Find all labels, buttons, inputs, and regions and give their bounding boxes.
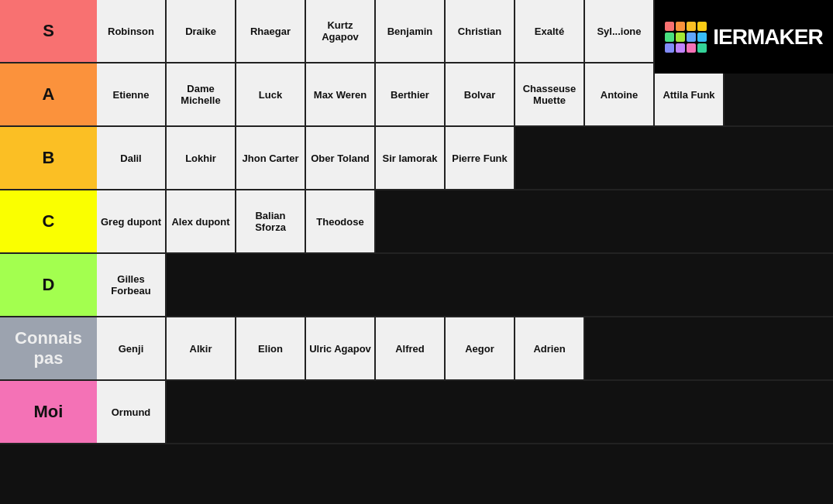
tier-row-connais: Connais pasGenjiAlkirElionUlric AgapovAl… [0,317,833,381]
tier-cell[interactable]: Rhaegar [236,0,306,62]
tier-label-d: D [0,254,97,316]
tier-cells-moi: Ormund [97,381,833,443]
tier-label-moi: Moi [0,381,97,443]
tier-cell[interactable]: Robinson [97,0,167,62]
tier-label-s: S [0,0,97,62]
tier-cell[interactable]: Luck [236,63,306,125]
tier-cell[interactable]: Exalté [515,0,585,62]
tier-cell[interactable]: Pierre Funk [446,127,515,189]
tier-cell[interactable]: Alfred [376,317,446,379]
tier-cell[interactable]: Draike [167,0,236,62]
tier-cell[interactable]: Syl...ione [585,0,655,62]
tier-label-a: A [0,63,97,125]
tier-cell[interactable]: Bolvar [446,63,515,125]
tier-cell[interactable]: Christian [446,0,515,62]
tier-cell[interactable]: Ober Toland [306,127,376,189]
tier-cell[interactable]: Greg dupont [97,190,167,252]
tier-cell[interactable]: Aegor [446,317,515,379]
tier-cell[interactable]: Max Weren [306,63,376,125]
tier-cells-connais: GenjiAlkirElionUlric AgapovAlfredAegorAd… [97,317,833,379]
tier-cell[interactable]: Elion [236,317,306,379]
tier-cells-b: DalilLokhirJhon CarterOber TolandSir Iam… [97,127,833,189]
tier-cell[interactable]: Dame Michelle [167,63,236,125]
logo-area: IERMAKER [655,0,833,74]
logo-text: IERMAKER [713,25,822,50]
tier-cell[interactable]: Gilles Forbeau [97,254,167,316]
tier-cell[interactable]: Sir Iamorak [376,127,446,189]
tier-label-connais: Connais pas [0,317,97,379]
tier-cell[interactable]: Alkir [167,317,236,379]
tier-cell[interactable]: Dalil [97,127,167,189]
tier-row-b: BDalilLokhirJhon CarterOber TolandSir Ia… [0,127,833,190]
tier-list-container: IERMAKER SRobinsonDraikeRhaegarKurtz Aga… [0,0,833,444]
tier-cell[interactable]: Etienne [97,63,167,125]
tier-cell[interactable]: Balian Sforza [236,190,306,252]
tier-cell[interactable]: Adrien [515,317,585,379]
tier-cell[interactable]: Jhon Carter [236,127,306,189]
tier-cell[interactable]: Ulric Agapov [306,317,376,379]
tier-cell[interactable]: Antoine [585,63,655,125]
tier-cell[interactable]: Genji [97,317,167,379]
tier-cell[interactable]: Chasseuse Muette [515,63,585,125]
tier-cell[interactable]: Berthier [376,63,446,125]
tier-cells-c: Greg dupontAlex dupontBalian SforzaTheod… [97,190,833,252]
tier-cell[interactable]: Alex dupont [167,190,236,252]
tier-cell[interactable]: Ormund [97,381,167,443]
tier-row-moi: MoiOrmund [0,381,833,444]
tier-cell[interactable]: Theodose [306,190,376,252]
tier-cell[interactable]: Benjamin [376,0,446,62]
tier-cells-d: Gilles Forbeau [97,254,833,316]
tier-row-d: DGilles Forbeau [0,254,833,317]
tier-row-c: CGreg dupontAlex dupontBalian SforzaTheo… [0,190,833,254]
tier-cell[interactable]: Lokhir [167,127,236,189]
tier-label-b: B [0,127,97,189]
tier-label-c: C [0,190,97,252]
logo-grid-icon [665,22,707,53]
tier-cell[interactable]: Kurtz Agapov [306,0,376,62]
